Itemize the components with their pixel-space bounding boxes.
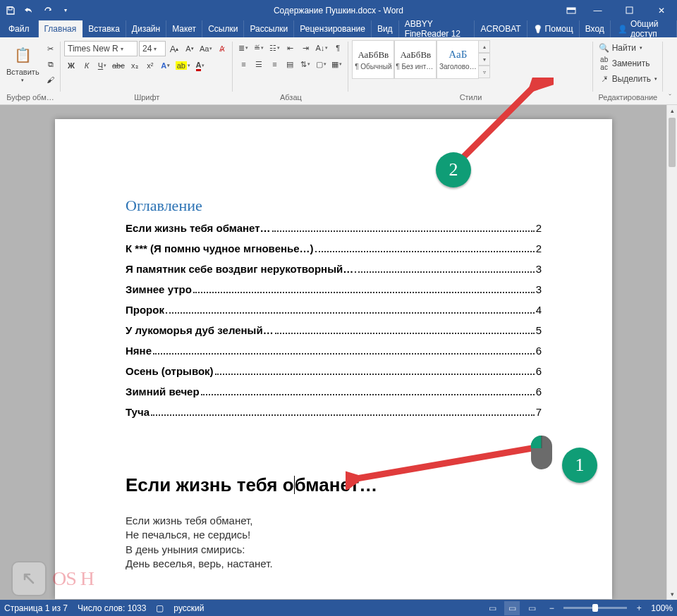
font-family-combo[interactable]: Times New R▾ bbox=[64, 41, 138, 56]
highlight-icon[interactable]: ab bbox=[174, 58, 192, 73]
indent-dec-icon[interactable]: ⇤ bbox=[283, 41, 297, 55]
numbering-icon[interactable]: ≝ bbox=[252, 41, 266, 55]
superscript-button[interactable]: x² bbox=[143, 58, 157, 73]
tab-insert[interactable]: Вставка bbox=[83, 20, 126, 37]
tab-file[interactable]: Файл bbox=[0, 20, 39, 37]
status-language[interactable]: русский bbox=[173, 603, 204, 613]
cut-icon[interactable]: ✂ bbox=[44, 42, 58, 56]
undo-icon[interactable] bbox=[20, 2, 37, 19]
copy-icon[interactable]: ⧉ bbox=[44, 57, 58, 71]
line-spacing-icon[interactable]: ⇅ bbox=[298, 57, 312, 71]
tab-review[interactable]: Рецензирование bbox=[294, 20, 372, 37]
scroll-up-icon[interactable]: ▴ bbox=[667, 105, 677, 116]
sort-icon[interactable]: A↓ bbox=[314, 41, 329, 55]
grow-font-icon[interactable]: A▴ bbox=[167, 42, 181, 56]
style-no-spacing[interactable]: АаБбВв ¶ Без инте… bbox=[394, 40, 437, 79]
share-button[interactable]: Общий доступ bbox=[611, 20, 677, 37]
tab-view[interactable]: Вид bbox=[372, 20, 399, 37]
borders-icon[interactable]: ▦ bbox=[329, 57, 343, 71]
toc-item[interactable]: Пророк4 bbox=[126, 304, 542, 316]
replace-button[interactable]: abacЗаменить bbox=[597, 56, 659, 71]
toc-item[interactable]: Осень (отрывок)6 bbox=[126, 365, 542, 377]
qat-customize-icon[interactable]: ▾ bbox=[57, 2, 74, 19]
format-painter-icon[interactable]: 🖌 bbox=[44, 73, 58, 87]
page[interactable]: Оглавление Если жизнь тебя обманет…2К **… bbox=[55, 119, 612, 599]
tab-references[interactable]: Ссылки bbox=[202, 20, 244, 37]
tab-home[interactable]: Главная bbox=[39, 20, 83, 37]
change-case-icon[interactable]: Aa bbox=[198, 42, 214, 56]
close-button[interactable]: ✕ bbox=[645, 0, 677, 20]
style-heading1[interactable]: АаБ Заголово… bbox=[437, 40, 479, 79]
toc-item[interactable]: Няне6 bbox=[126, 345, 542, 357]
styles-row-up[interactable]: ▴ bbox=[478, 40, 490, 53]
shading-icon[interactable]: ▢ bbox=[314, 57, 328, 71]
tab-acrobat[interactable]: ACROBAT bbox=[475, 20, 527, 37]
minimize-button[interactable]: — bbox=[582, 0, 614, 20]
subscript-button[interactable]: x₂ bbox=[128, 58, 142, 73]
status-proof-icon[interactable]: ▢ bbox=[156, 603, 164, 613]
styles-expand[interactable]: ▿ bbox=[478, 66, 490, 78]
tab-layout[interactable]: Макет bbox=[166, 20, 202, 37]
zoom-out-button[interactable]: − bbox=[544, 601, 559, 615]
align-center-icon[interactable]: ☰ bbox=[252, 57, 266, 71]
search-icon: 🔍 bbox=[599, 43, 610, 53]
style-normal[interactable]: АаБбВв ¶ Обычный bbox=[352, 40, 394, 79]
ribbon-options-icon[interactable] bbox=[561, 0, 582, 20]
toc-item-page: 3 bbox=[536, 263, 542, 275]
justify-icon[interactable]: ▤ bbox=[283, 57, 297, 71]
toc-item-page: 6 bbox=[536, 345, 542, 357]
redo-icon[interactable] bbox=[39, 2, 56, 19]
heading-1[interactable]: Если жизнь тебя обманет… bbox=[126, 474, 542, 496]
toc-item[interactable]: Зимнее утро3 bbox=[126, 283, 542, 295]
scroll-thumb[interactable] bbox=[669, 118, 676, 167]
bullets-icon[interactable]: ≣ bbox=[236, 41, 250, 55]
bold-button[interactable]: Ж bbox=[64, 58, 78, 73]
align-left-icon[interactable]: ≡ bbox=[236, 57, 250, 71]
tab-abbyy[interactable]: ABBYY FineReader 12 bbox=[399, 20, 475, 37]
vertical-scrollbar[interactable]: ▴ ▾ bbox=[666, 105, 677, 600]
replace-icon: abac bbox=[599, 56, 610, 71]
view-read-icon[interactable]: ▭ bbox=[484, 601, 500, 615]
collapse-ribbon-icon[interactable]: ˇ bbox=[663, 37, 677, 104]
zoom-level[interactable]: 100% bbox=[651, 603, 673, 613]
shrink-font-icon[interactable]: A▾ bbox=[183, 42, 197, 56]
toc-item[interactable]: К *** (Я помню чудное мгновенье…)2 bbox=[126, 242, 542, 254]
tab-design[interactable]: Дизайн bbox=[126, 20, 166, 37]
tell-me[interactable]: Помощ bbox=[527, 20, 580, 37]
toc-item[interactable]: У лукоморья дуб зеленый…5 bbox=[126, 324, 542, 336]
text-effects-icon[interactable]: A bbox=[159, 58, 173, 73]
sign-in[interactable]: Вход bbox=[580, 20, 611, 37]
scroll-down-icon[interactable]: ▾ bbox=[667, 589, 677, 600]
find-button[interactable]: 🔍Найти▾ bbox=[597, 40, 659, 56]
document-area[interactable]: Оглавление Если жизнь тебя обманет…2К **… bbox=[0, 105, 666, 600]
status-words[interactable]: Число слов: 1033 bbox=[78, 603, 146, 613]
save-icon[interactable] bbox=[2, 2, 19, 19]
status-page[interactable]: Страница 1 из 7 bbox=[4, 603, 68, 613]
view-print-icon[interactable]: ▭ bbox=[504, 601, 520, 615]
body-text[interactable]: Если жизнь тебя обманет, Не печалься, не… bbox=[126, 514, 542, 571]
clear-format-icon[interactable]: A̷ bbox=[215, 42, 229, 56]
underline-button[interactable]: Ч bbox=[95, 58, 109, 73]
multilevel-icon[interactable]: ☷ bbox=[267, 41, 281, 55]
toc-item-title: У лукоморья дуб зеленый… bbox=[126, 324, 274, 336]
toc-item[interactable]: Если жизнь тебя обманет…2 bbox=[126, 222, 542, 234]
toc-item[interactable]: Зимний вечер6 bbox=[126, 386, 542, 398]
zoom-in-button[interactable]: + bbox=[631, 601, 647, 615]
font-color-icon[interactable]: A bbox=[193, 58, 207, 73]
toc-item-page: 3 bbox=[536, 283, 542, 295]
italic-button[interactable]: К bbox=[80, 58, 94, 73]
font-size-combo[interactable]: 24▾ bbox=[139, 41, 166, 56]
select-button[interactable]: ⭷Выделить▾ bbox=[597, 71, 659, 87]
tab-mailings[interactable]: Рассылки bbox=[244, 20, 294, 37]
strike-button[interactable]: abc bbox=[111, 58, 126, 73]
zoom-slider[interactable] bbox=[563, 607, 627, 609]
toc-item[interactable]: Я памятник себе воздвиг нерукотворный…3 bbox=[126, 263, 542, 275]
pilcrow-icon[interactable]: ¶ bbox=[331, 41, 345, 55]
paste-button[interactable]: 📋 Вставить ▾ bbox=[4, 40, 42, 87]
toc-item[interactable]: Туча7 bbox=[126, 406, 542, 418]
indent-inc-icon[interactable]: ⇥ bbox=[298, 41, 312, 55]
maximize-button[interactable] bbox=[614, 0, 645, 20]
styles-row-down[interactable]: ▾ bbox=[478, 53, 490, 66]
align-right-icon[interactable]: ≡ bbox=[267, 57, 281, 71]
view-web-icon[interactable]: ▭ bbox=[524, 601, 539, 615]
